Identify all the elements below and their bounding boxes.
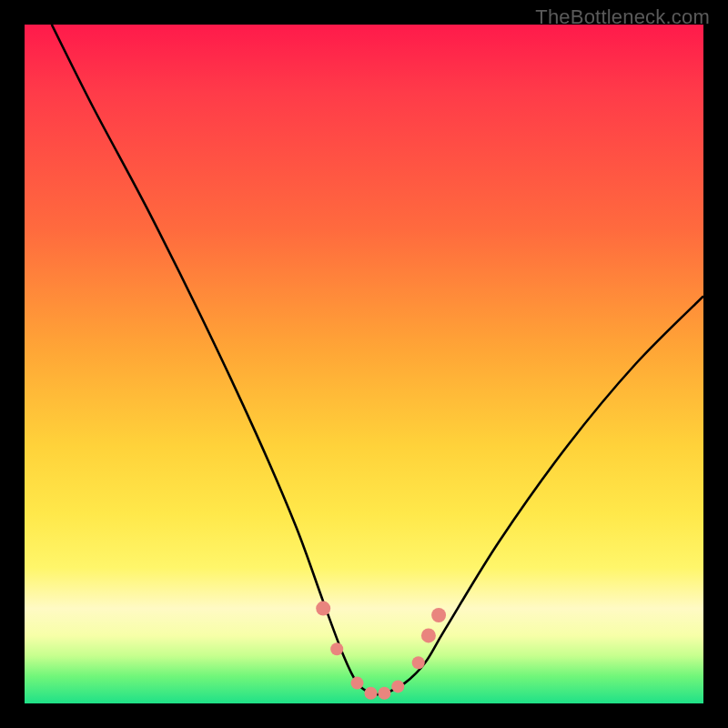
highlight-marker [431, 608, 446, 622]
plot-area [25, 25, 703, 703]
highlight-marker [421, 628, 436, 642]
highlight-marker [365, 687, 378, 700]
highlight-marker [316, 602, 330, 616]
marker-group [316, 602, 446, 700]
bottleneck-curve [52, 25, 703, 694]
curve-svg [25, 25, 703, 703]
chart-frame: TheBottleneck.com [0, 0, 728, 728]
highlight-marker [412, 656, 425, 669]
highlight-marker [378, 687, 390, 700]
highlight-marker [391, 680, 404, 693]
highlight-marker [351, 677, 364, 690]
highlight-marker [330, 642, 343, 655]
